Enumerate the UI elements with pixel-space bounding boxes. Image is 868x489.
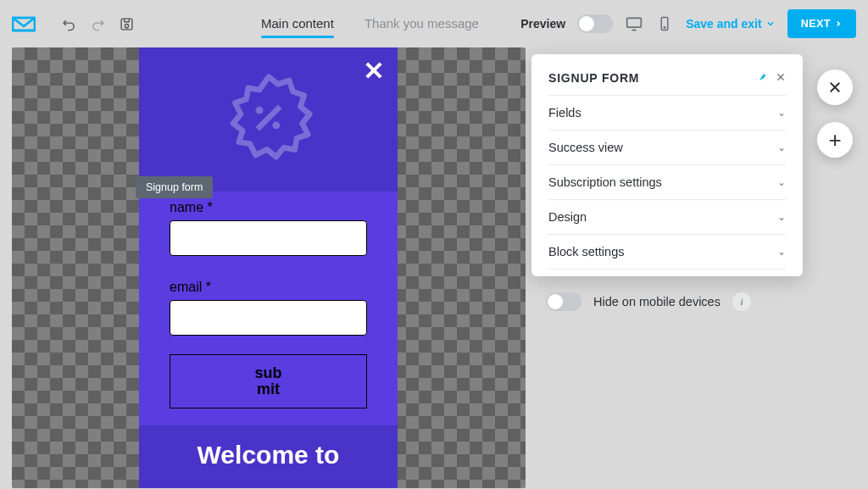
popup-header <box>139 47 398 192</box>
signup-form-block[interactable]: Signup form name * email * sub mit <box>139 192 398 425</box>
tab-main-content[interactable]: Main content <box>261 4 334 43</box>
tab-thank-you[interactable]: Thank you message <box>364 4 479 43</box>
settings-panel: SIGNUP FORM Fields ⌄ Success view ⌄ Subs… <box>531 54 803 276</box>
hide-mobile-label: Hide on mobile devices <box>593 295 721 308</box>
section-subscription-settings[interactable]: Subscription settings ⌄ <box>548 165 786 200</box>
chevron-down-icon: ⌄ <box>777 176 786 188</box>
name-field[interactable] <box>170 220 367 256</box>
topbar-right: Preview Save and exit NEXT <box>520 9 856 38</box>
mobile-icon[interactable] <box>655 14 674 33</box>
close-icon[interactable] <box>362 58 386 89</box>
chevron-down-icon: ⌄ <box>777 211 786 223</box>
section-label: Fields <box>548 106 581 119</box>
chevron-right-icon <box>834 19 843 28</box>
app-logo <box>12 15 36 32</box>
info-icon[interactable]: i <box>732 292 751 311</box>
hide-mobile-toggle[interactable] <box>546 292 581 311</box>
top-bar: Main content Thank you message Preview S… <box>0 0 868 47</box>
save-icon[interactable] <box>114 11 139 36</box>
add-block-button[interactable]: + <box>817 122 853 158</box>
section-label: Success view <box>548 141 623 154</box>
pin-icon[interactable] <box>758 72 767 84</box>
section-block-settings[interactable]: Block settings ⌄ <box>548 235 786 270</box>
panel-accordion: Fields ⌄ Success view ⌄ Subscription set… <box>548 95 786 270</box>
editor-canvas: Signup form name * email * sub mit Welco… <box>12 47 526 488</box>
chevron-down-icon: ⌄ <box>777 246 786 258</box>
desktop-icon[interactable] <box>625 14 643 33</box>
tabs: Main content Thank you message <box>261 4 479 43</box>
close-panel-button[interactable] <box>817 69 853 105</box>
hide-on-mobile-row: Hide on mobile devices i <box>546 292 751 311</box>
section-success-view[interactable]: Success view ⌄ <box>548 131 786 165</box>
panel-title: SIGNUP FORM <box>548 71 639 85</box>
undo-icon[interactable] <box>56 11 81 36</box>
panel-close-icon[interactable] <box>776 71 786 85</box>
name-label: name * <box>170 200 367 215</box>
block-tag: Signup form <box>136 176 213 198</box>
chevron-down-icon: ⌄ <box>777 142 786 153</box>
preview-label: Preview <box>520 17 565 31</box>
section-fields[interactable]: Fields ⌄ <box>548 96 786 131</box>
panel-header: SIGNUP FORM <box>548 71 786 85</box>
save-and-exit-label: Save and exit <box>686 17 762 31</box>
popup-preview[interactable]: Signup form name * email * sub mit Welco… <box>139 47 398 488</box>
submit-button[interactable]: sub mit <box>170 354 367 408</box>
svg-point-5 <box>255 107 263 114</box>
redo-icon[interactable] <box>85 11 110 36</box>
preview-toggle[interactable] <box>577 14 613 33</box>
svg-point-4 <box>664 27 665 29</box>
chevron-down-icon: ⌄ <box>777 107 786 119</box>
discount-badge-icon <box>222 71 315 168</box>
section-label: Subscription settings <box>548 175 662 189</box>
svg-rect-2 <box>627 18 642 27</box>
svg-point-1 <box>125 24 128 27</box>
email-field[interactable] <box>170 300 367 336</box>
next-button[interactable]: NEXT <box>787 9 856 38</box>
welcome-heading: Welcome to <box>139 425 398 488</box>
email-label: email * <box>170 280 367 295</box>
section-label: Block settings <box>548 245 624 258</box>
section-design[interactable]: Design ⌄ <box>548 200 786 235</box>
next-button-label: NEXT <box>801 18 831 30</box>
submit-button-label: sub mit <box>254 365 281 397</box>
save-and-exit[interactable]: Save and exit <box>686 17 776 31</box>
chevron-down-icon <box>765 19 776 29</box>
section-label: Design <box>548 210 587 224</box>
svg-point-6 <box>272 121 280 129</box>
